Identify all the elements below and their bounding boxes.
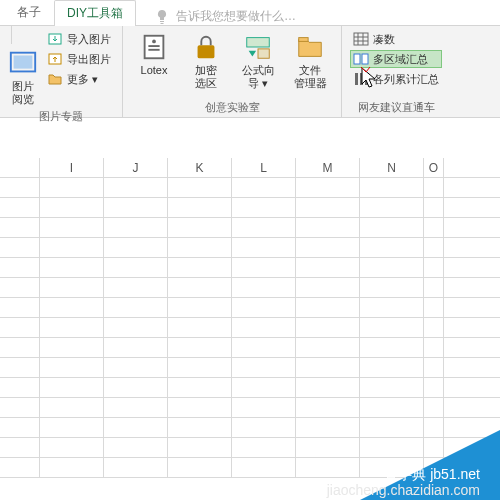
file-manager-button[interactable]: 文件 管理器	[287, 30, 333, 91]
cell[interactable]	[232, 378, 296, 397]
grid-row[interactable]	[0, 338, 500, 358]
cell[interactable]	[168, 238, 232, 257]
export-image-button[interactable]: 导出图片	[44, 50, 114, 68]
cell[interactable]	[104, 278, 168, 297]
cell[interactable]	[168, 258, 232, 277]
cell[interactable]	[424, 358, 444, 377]
cell[interactable]	[424, 238, 444, 257]
cell[interactable]	[40, 278, 104, 297]
cell[interactable]	[40, 238, 104, 257]
cell[interactable]	[168, 358, 232, 377]
cell[interactable]	[40, 178, 104, 197]
cell[interactable]	[296, 218, 360, 237]
cell[interactable]	[296, 358, 360, 377]
lotex-button[interactable]: Lotex	[131, 30, 177, 79]
cell[interactable]	[296, 338, 360, 357]
cell[interactable]	[40, 318, 104, 337]
cell[interactable]	[296, 178, 360, 197]
grid-row[interactable]	[0, 318, 500, 338]
cell[interactable]	[424, 378, 444, 397]
cell[interactable]	[296, 298, 360, 317]
grid-row[interactable]	[0, 198, 500, 218]
cell[interactable]	[424, 278, 444, 297]
cell[interactable]	[360, 278, 424, 297]
cell[interactable]	[296, 398, 360, 417]
cell[interactable]	[40, 258, 104, 277]
cell[interactable]	[360, 238, 424, 257]
col-K[interactable]: K	[168, 158, 232, 177]
cell[interactable]	[104, 298, 168, 317]
cell[interactable]	[168, 178, 232, 197]
encrypt-selection-button[interactable]: 加密 选区	[183, 30, 229, 91]
cell[interactable]	[360, 218, 424, 237]
cell[interactable]	[104, 438, 168, 457]
cell[interactable]	[232, 198, 296, 217]
cell[interactable]	[104, 198, 168, 217]
cell[interactable]	[168, 338, 232, 357]
cell[interactable]	[424, 258, 444, 277]
col-J[interactable]: J	[104, 158, 168, 177]
cell[interactable]	[232, 178, 296, 197]
grid-row[interactable]	[0, 178, 500, 198]
cell[interactable]	[40, 418, 104, 437]
cell[interactable]	[168, 438, 232, 457]
cell[interactable]	[296, 458, 360, 477]
grid-row[interactable]	[0, 298, 500, 318]
cell[interactable]	[168, 318, 232, 337]
cell[interactable]	[232, 218, 296, 237]
cell[interactable]	[232, 318, 296, 337]
cell[interactable]	[104, 238, 168, 257]
cell[interactable]	[232, 338, 296, 357]
cell[interactable]	[168, 298, 232, 317]
tab-diy-toolbox[interactable]: DIY工具箱	[54, 0, 136, 26]
cell[interactable]	[232, 458, 296, 477]
formula-wizard-button[interactable]: 公式向 导 ▾	[235, 30, 281, 91]
cell[interactable]	[232, 278, 296, 297]
tell-me[interactable]: 告诉我您想要做什么…	[154, 8, 296, 25]
cell[interactable]	[40, 338, 104, 357]
cell[interactable]	[232, 418, 296, 437]
cell[interactable]	[40, 298, 104, 317]
cell[interactable]	[360, 338, 424, 357]
grid-row[interactable]	[0, 278, 500, 298]
tab-cells[interactable]: 各子	[4, 0, 54, 25]
cell[interactable]	[296, 198, 360, 217]
col-M[interactable]: M	[296, 158, 360, 177]
cell[interactable]	[232, 258, 296, 277]
cell[interactable]	[424, 338, 444, 357]
cell[interactable]	[104, 338, 168, 357]
cell[interactable]	[168, 418, 232, 437]
cell[interactable]	[168, 198, 232, 217]
cell[interactable]	[104, 398, 168, 417]
column-cumulative-button[interactable]: 各列累计汇总	[350, 70, 442, 88]
grid-row[interactable]	[0, 218, 500, 238]
cell[interactable]	[360, 178, 424, 197]
cell[interactable]	[104, 258, 168, 277]
cell[interactable]	[360, 198, 424, 217]
grid-row[interactable]	[0, 238, 500, 258]
cell[interactable]	[360, 378, 424, 397]
cell[interactable]	[296, 418, 360, 437]
cell[interactable]	[104, 358, 168, 377]
cell[interactable]	[296, 278, 360, 297]
cell[interactable]	[40, 358, 104, 377]
cell[interactable]	[104, 218, 168, 237]
cell[interactable]	[360, 398, 424, 417]
cell[interactable]	[168, 458, 232, 477]
grid-row[interactable]	[0, 358, 500, 378]
cell[interactable]	[40, 458, 104, 477]
cell[interactable]	[232, 438, 296, 457]
grid-row[interactable]	[0, 378, 500, 398]
col-L[interactable]: L	[232, 158, 296, 177]
image-browse-button[interactable]: 图片 阅览	[8, 46, 38, 107]
cell[interactable]	[40, 398, 104, 417]
cell[interactable]	[424, 318, 444, 337]
cell[interactable]	[296, 258, 360, 277]
cell[interactable]	[424, 218, 444, 237]
cell[interactable]	[168, 398, 232, 417]
cell[interactable]	[40, 218, 104, 237]
cell[interactable]	[232, 238, 296, 257]
cell[interactable]	[424, 178, 444, 197]
cell[interactable]	[296, 238, 360, 257]
cell[interactable]	[360, 258, 424, 277]
